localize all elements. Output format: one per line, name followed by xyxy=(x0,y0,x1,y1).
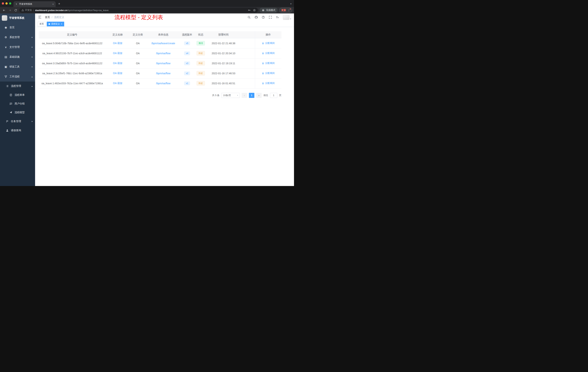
sidebar-item-label: 请假查询 xyxy=(11,129,21,132)
sidebar-item-workflow[interactable]: 工作流程 ▴ xyxy=(0,72,35,82)
security-warning[interactable]: 不安全 xyxy=(21,9,32,12)
app-logo-row: 芋道管理系统 xyxy=(0,13,35,22)
definition-name-link[interactable]: OA 请假 xyxy=(113,62,122,65)
tab-strip: 芋道管理系统 × + ▾ xyxy=(0,0,294,7)
fullscreen-icon[interactable] xyxy=(269,16,272,19)
version-badge: v2 xyxy=(184,72,190,75)
next-page-button[interactable]: › xyxy=(256,93,262,98)
breadcrumb-home[interactable]: 首页 xyxy=(45,16,50,19)
status-badge: 激活 xyxy=(197,41,205,45)
avatar[interactable] xyxy=(283,15,289,20)
forward-button[interactable] xyxy=(8,8,12,12)
paper-plane-icon xyxy=(9,111,13,114)
tab-search-chevron-icon[interactable]: ▾ xyxy=(290,2,294,7)
page-number-button[interactable]: 1 xyxy=(249,93,254,98)
form-link[interactable]: /bpm/oa/flow xyxy=(156,52,170,55)
form-link[interactable]: /bpm/oa/leave/create xyxy=(151,42,175,45)
column-header: 部署时间 xyxy=(208,31,239,38)
sidebar-item-task-management[interactable]: 任务管理 ▾ xyxy=(0,117,35,126)
definition-table: 定义编号 定义名称 定义分类 表单信息 流程版本 状态 部署时间 操作 xyxy=(39,31,282,88)
status-badge: 挂起 xyxy=(197,81,205,86)
app-logo xyxy=(2,15,7,21)
top-navbar: 首页 / 流程定义 流程模型 - 定义列表 ▾ xyxy=(35,13,294,21)
font-size-icon[interactable] xyxy=(276,16,279,19)
deploy-time: 2022-01-22 20:34:10 xyxy=(208,48,239,58)
workflow-submenu: 流程管理 ▴ 流程表单 用户分组 xyxy=(0,82,35,186)
version-badge: v5 xyxy=(184,42,190,45)
chevron-up-icon: ▴ xyxy=(32,85,32,87)
update-label: 更新 xyxy=(281,9,286,12)
help-icon[interactable] xyxy=(262,16,265,19)
tools-icon: ▣ xyxy=(4,65,8,68)
definition-category: OA xyxy=(130,58,146,68)
address-bar[interactable]: 不安全 dashboard.yudao.iocoder.cn/bpm/manag… xyxy=(19,8,258,13)
sidebar-item-home[interactable]: ◉ 首页 xyxy=(0,22,35,33)
sidebar-item-label: 工作流程 xyxy=(10,75,20,78)
assign-rule-link[interactable]: 分配规则 xyxy=(262,72,274,75)
column-header: 定义分类 xyxy=(130,31,146,38)
definition-name-link[interactable]: OA 请假 xyxy=(113,42,122,44)
column-header: 操作 xyxy=(255,31,282,38)
chevron-up-icon: ▴ xyxy=(32,76,32,78)
sidebar-item-label: 系统管理 xyxy=(10,36,20,39)
star-icon[interactable] xyxy=(253,9,256,12)
chrome-update-button[interactable]: 更新 ⋮ xyxy=(279,8,292,13)
form-link[interactable]: /bpm/oa/flow xyxy=(156,72,170,75)
assign-rule-link[interactable]: 分配规则 xyxy=(262,62,274,65)
maximize-window-button[interactable] xyxy=(9,2,11,5)
sidebar-item-payment[interactable]: ¥ 支付管理 ▾ xyxy=(0,42,35,52)
sidebar-item-leave-query[interactable]: 请假查询 xyxy=(0,126,35,135)
reload-button[interactable] xyxy=(13,8,18,12)
sidebar-item-label: 流程表单 xyxy=(15,93,25,97)
favicon xyxy=(15,3,18,5)
column-header: 状态 xyxy=(194,31,208,38)
sidebar-item-label: 流程管理 xyxy=(11,85,21,88)
definition-name-link[interactable]: OA 请假 xyxy=(113,82,122,85)
form-link[interactable]: /bpm/oa/flow xyxy=(156,62,170,65)
form-link[interactable]: /bpm/oa/flow xyxy=(156,82,170,85)
chevron-down-icon: ▾ xyxy=(32,46,32,48)
assign-rule-link[interactable]: 分配规则 xyxy=(262,42,274,45)
minimize-window-button[interactable] xyxy=(5,2,8,5)
kebab-menu-icon[interactable]: ⋮ xyxy=(288,9,290,12)
definition-category: OA xyxy=(130,48,146,58)
prev-page-button[interactable]: ‹ xyxy=(242,93,247,98)
browser-tab[interactable]: 芋道管理系统 × xyxy=(13,1,56,7)
breadcrumb-separator: / xyxy=(52,16,52,19)
definition-name-link[interactable]: OA 请假 xyxy=(113,72,122,75)
goto-page-input[interactable] xyxy=(270,93,277,98)
search-icon[interactable] xyxy=(247,16,251,19)
security-label: 不安全 xyxy=(25,9,32,12)
page-size-select[interactable]: 10条/页 ▾ xyxy=(221,93,240,98)
route-tag-label: 流程定义 xyxy=(51,22,60,25)
sidebar-item-infrastructure[interactable]: ▤ 基础设施 ▾ xyxy=(0,52,35,62)
sidebar-item-process-model[interactable]: 流程模型 xyxy=(0,108,35,117)
sidebar-item-process-form[interactable]: 流程表单 xyxy=(0,91,35,99)
chat-bubble-icon xyxy=(9,102,13,105)
user-menu[interactable]: ▾ xyxy=(283,15,291,20)
assign-rule-link[interactable]: 分配规则 xyxy=(262,82,274,85)
pagination: 共 5 条 10条/页 ▾ ‹ 1 › 前往 页 xyxy=(39,93,282,98)
definition-name-link[interactable]: OA 请假 xyxy=(113,52,122,55)
assign-rule-link[interactable]: 分配规则 xyxy=(262,52,274,55)
definition-id: oa_leave:5:004b710b-7b8a-11ec-8ef0-acde4… xyxy=(39,38,106,48)
route-tag-process-definition[interactable]: 流程定义 × xyxy=(47,22,64,26)
hamburger-icon[interactable] xyxy=(38,15,42,19)
key-icon[interactable] xyxy=(248,9,251,12)
close-window-button[interactable] xyxy=(2,2,4,5)
sidebar-item-system[interactable]: ⚙ 系统管理 ▾ xyxy=(0,33,35,42)
back-button[interactable] xyxy=(2,8,6,12)
table-row: oa_leave:3:1fad3d93-7b75-11ec-a3c8-acde4… xyxy=(39,58,282,68)
close-icon[interactable]: × xyxy=(52,3,54,6)
user-icon xyxy=(262,62,264,65)
total-count: 共 5 条 xyxy=(212,94,220,97)
sidebar-item-label: 用户分组 xyxy=(15,102,25,105)
sidebar-item-devtools[interactable]: ▣ 研发工具 ▾ xyxy=(0,62,35,72)
close-icon[interactable]: × xyxy=(61,23,62,25)
new-tab-button[interactable]: + xyxy=(58,2,60,6)
sidebar-item-user-group[interactable]: 用户分组 xyxy=(0,99,35,108)
flag-icon xyxy=(5,120,10,123)
github-icon[interactable] xyxy=(254,16,258,19)
route-tag-home[interactable]: 首页 xyxy=(38,22,46,26)
sidebar-item-process-management[interactable]: 流程管理 ▴ xyxy=(0,82,35,91)
